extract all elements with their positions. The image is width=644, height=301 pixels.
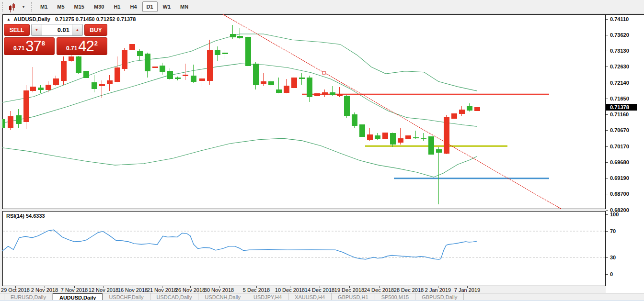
toolbar-grip-2[interactable] bbox=[31, 2, 34, 11]
date-axis-label: 7 Nov 2018 bbox=[53, 287, 96, 293]
candle bbox=[69, 56, 74, 61]
chart-symbol-label: AUDUSD,Daily bbox=[14, 16, 50, 22]
candle bbox=[191, 76, 196, 81]
timeframe-button-m1[interactable]: M1 bbox=[36, 1, 52, 12]
date-axis-tick bbox=[15, 286, 16, 288]
timeframe-button-h1[interactable]: H1 bbox=[109, 1, 125, 12]
price-axis-panel[interactable] bbox=[606, 14, 644, 293]
date-axis-label: 24 Dec 2018 bbox=[357, 287, 401, 293]
candle bbox=[451, 114, 457, 119]
candle bbox=[160, 66, 165, 72]
chart-header: ▲ AUDUSD,Daily 0.71275 0.71450 0.71252 0… bbox=[7, 16, 136, 22]
lot-decrease-button[interactable]: ▼ bbox=[32, 24, 42, 35]
candle bbox=[375, 135, 380, 138]
date-axis-label: 2 Jan 2019 bbox=[416, 287, 460, 293]
date-axis-tick bbox=[219, 286, 219, 288]
timeframe-button-h4[interactable]: H4 bbox=[126, 1, 141, 12]
chart-ohlc-values: 0.71275 0.71450 0.71252 0.71378 bbox=[55, 16, 136, 22]
sell-price-prefix: 0.71 bbox=[13, 45, 24, 52]
candle bbox=[122, 50, 127, 68]
candle bbox=[337, 94, 342, 96]
candle bbox=[92, 82, 97, 89]
candle bbox=[390, 134, 395, 145]
date-axis-tick bbox=[320, 286, 320, 288]
candle bbox=[467, 106, 472, 110]
date-axis-label: 5 Dec 2018 bbox=[235, 287, 278, 293]
date-axis-label: 28 Dec 2018 bbox=[387, 287, 430, 293]
candle bbox=[222, 53, 228, 54]
date-axis-label: 10 Dec 2018 bbox=[268, 287, 311, 293]
descending-trendline bbox=[223, 14, 562, 209]
triangle-down-icon: ▼ bbox=[35, 28, 39, 32]
candle bbox=[137, 51, 142, 56]
candle bbox=[230, 34, 235, 37]
date-axis-tick bbox=[409, 286, 409, 288]
timeframe-button-mn[interactable]: MN bbox=[176, 1, 193, 12]
candle bbox=[61, 61, 66, 80]
candle bbox=[46, 85, 51, 90]
candle bbox=[276, 90, 281, 92]
rsi-chart-canvas[interactable] bbox=[2, 211, 606, 286]
candle bbox=[253, 64, 258, 85]
candle bbox=[359, 124, 365, 136]
candle bbox=[245, 37, 251, 66]
candle bbox=[107, 80, 112, 84]
candle bbox=[314, 93, 320, 96]
candle bbox=[367, 135, 372, 139]
candle bbox=[291, 78, 297, 88]
candle bbox=[175, 78, 180, 79]
candle bbox=[398, 138, 403, 143]
buy-price-pip: 2 bbox=[94, 40, 98, 47]
candle bbox=[330, 92, 335, 95]
date-axis-tick bbox=[104, 286, 104, 288]
candle bbox=[413, 137, 418, 138]
sell-button[interactable]: SELL bbox=[4, 24, 30, 36]
candle bbox=[199, 79, 205, 80]
candle bbox=[268, 81, 274, 85]
candle bbox=[152, 67, 158, 68]
candle bbox=[261, 81, 266, 84]
rsi-indicator-label: RSI(14) 54.6333 bbox=[6, 213, 45, 219]
candle bbox=[16, 116, 21, 123]
date-axis-tick bbox=[190, 286, 191, 288]
date-axis-tick bbox=[256, 286, 257, 288]
date-axis-label: 14 Dec 2018 bbox=[298, 287, 341, 293]
date-axis-tick bbox=[467, 286, 468, 288]
buy-price-tile[interactable]: 0.71 42 2 bbox=[57, 37, 107, 55]
date-axis-tick bbox=[133, 286, 133, 288]
candle bbox=[344, 96, 349, 116]
buy-price-big: 42 bbox=[78, 39, 93, 54]
timeframe-button-m5[interactable]: M5 bbox=[53, 1, 69, 12]
candlestick-chart-icon-glyph bbox=[8, 3, 16, 10]
sell-price-tile[interactable]: 0.71 37 8 bbox=[4, 37, 55, 55]
date-axis-tick bbox=[438, 286, 438, 288]
date-axis-label: 29 Oct 2018 bbox=[0, 287, 37, 293]
lot-size-input[interactable] bbox=[42, 24, 72, 35]
candle bbox=[352, 115, 357, 126]
date-axis-tick bbox=[349, 286, 350, 288]
date-axis-tick bbox=[45, 286, 45, 288]
timeframe-button-d1[interactable]: D1 bbox=[142, 1, 158, 12]
lot-increase-button[interactable]: ▲ bbox=[72, 24, 82, 35]
triangle-up-icon: ▲ bbox=[76, 28, 80, 32]
chart-type-dropdown-button[interactable]: ▾ bbox=[18, 1, 29, 12]
candle bbox=[129, 45, 135, 50]
candle bbox=[183, 75, 188, 76]
timeframe-buttons: M1M5M15M30H1H4D1W1MN bbox=[35, 0, 193, 13]
candle bbox=[421, 138, 426, 139]
trading-platform-window: ▾ M1M5M15M30H1H4D1W1MN ▲ AUDUSD,Daily 0.… bbox=[0, 0, 644, 301]
buy-button[interactable]: BUY bbox=[84, 24, 107, 36]
candle bbox=[53, 78, 58, 85]
candle bbox=[30, 87, 35, 91]
timeframe-button-m30[interactable]: M30 bbox=[90, 1, 108, 12]
candlestick-chart-icon[interactable] bbox=[6, 1, 18, 12]
date-axis-label: 21 Nov 2018 bbox=[140, 287, 184, 293]
date-axis-label: 19 Dec 2018 bbox=[328, 287, 371, 293]
candle bbox=[299, 78, 304, 79]
timeframe-button-m15[interactable]: M15 bbox=[70, 1, 89, 12]
toolbar-grip[interactable] bbox=[2, 2, 4, 11]
candle bbox=[38, 88, 43, 90]
timeframe-button-w1[interactable]: W1 bbox=[159, 1, 175, 12]
panel-toggle-icon[interactable]: ▲ bbox=[7, 17, 11, 22]
candle bbox=[405, 135, 411, 139]
